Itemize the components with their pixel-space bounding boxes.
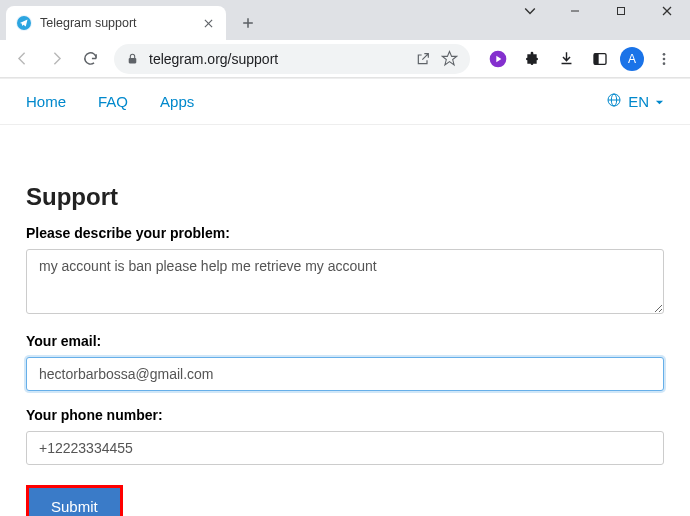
svg-point-13	[663, 53, 666, 56]
nav-home[interactable]: Home	[26, 93, 66, 110]
browser-tab[interactable]: Telegram support	[6, 6, 226, 40]
downloads-icon[interactable]	[552, 45, 580, 73]
site-nav: Home FAQ Apps	[26, 93, 194, 110]
side-panel-icon[interactable]	[586, 45, 614, 73]
lang-label: EN	[628, 93, 649, 110]
svg-point-14	[663, 57, 666, 60]
window-minimize-button[interactable]	[552, 0, 598, 22]
avatar-initial: A	[628, 52, 636, 66]
window-maximize-button[interactable]	[598, 0, 644, 22]
nav-faq[interactable]: FAQ	[98, 93, 128, 110]
window-close-button[interactable]	[644, 0, 690, 22]
browser-menu-icon[interactable]	[650, 45, 678, 73]
svg-rect-9	[129, 58, 137, 63]
extensions-icon[interactable]	[518, 45, 546, 73]
svg-rect-1	[618, 8, 625, 15]
submit-highlight: Submit	[26, 485, 123, 516]
nav-apps[interactable]: Apps	[160, 93, 194, 110]
email-field[interactable]	[26, 357, 664, 391]
url-text: telegram.org/support	[149, 51, 415, 67]
globe-icon	[606, 92, 622, 111]
chevron-down-icon[interactable]	[508, 0, 552, 22]
address-bar[interactable]: telegram.org/support	[114, 44, 470, 74]
problem-label: Please describe your problem:	[26, 225, 664, 241]
telegram-favicon-icon	[16, 15, 32, 31]
phone-label: Your phone number:	[26, 407, 664, 423]
form-container: Support Please describe your problem: Yo…	[0, 125, 690, 516]
lock-icon	[126, 52, 139, 65]
profile-avatar[interactable]: A	[620, 47, 644, 71]
page-title: Support	[26, 183, 664, 211]
phone-field[interactable]	[26, 431, 664, 465]
page-content: Home FAQ Apps EN Support Please describe…	[0, 78, 690, 516]
extensions-area: A	[478, 45, 684, 73]
back-button[interactable]	[6, 43, 38, 75]
email-label: Your email:	[26, 333, 664, 349]
submit-button[interactable]: Submit	[29, 488, 120, 516]
site-header: Home FAQ Apps EN	[0, 79, 690, 125]
language-switcher[interactable]: EN	[606, 92, 664, 111]
share-icon[interactable]	[415, 51, 431, 67]
svg-rect-12	[594, 53, 599, 64]
svg-point-15	[663, 62, 666, 65]
bookmark-icon[interactable]	[441, 50, 458, 67]
new-tab-button[interactable]	[234, 9, 262, 37]
forward-button[interactable]	[40, 43, 72, 75]
play-extension-icon[interactable]	[484, 45, 512, 73]
browser-toolbar: telegram.org/support A	[0, 40, 690, 78]
tab-title: Telegram support	[40, 16, 200, 30]
window-controls	[508, 0, 690, 22]
close-tab-icon[interactable]	[200, 15, 216, 31]
reload-button[interactable]	[74, 43, 106, 75]
caret-down-icon	[655, 93, 664, 110]
problem-textarea[interactable]	[26, 249, 664, 314]
